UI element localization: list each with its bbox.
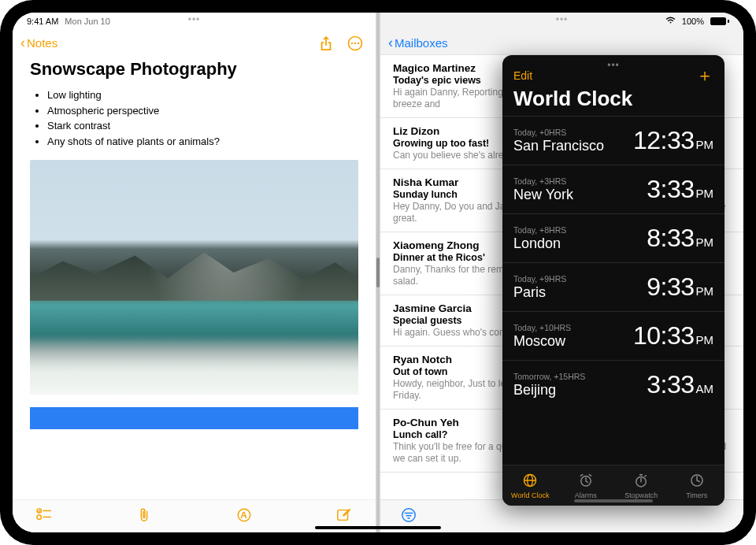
notes-app-pane: ••• ‹ Notes S [13,13,376,532]
screen: 9:41 AM Mon Jun 10 100% ••• ‹ [13,13,743,532]
svg-rect-5 [43,510,51,510]
world-clock-row[interactable]: Today, +9HRSParis9:33PM [502,262,724,311]
clock-edit-button[interactable]: Edit [513,69,532,82]
clock-offset-label: Tomorrow, +15HRS [513,372,585,381]
notes-back-label: Notes [27,36,57,50]
note-image-attachment[interactable] [30,160,358,395]
world-clock-list[interactable]: Today, +0HRSSan Francisco12:33PMToday, +… [502,116,724,465]
clock-time-label: 12:33PM [633,126,713,155]
ipad-frame: 9:41 AM Mon Jun 10 100% ••• ‹ [0,0,756,545]
world-clock-row[interactable]: Today, +3HRSNew York3:33PM [502,165,724,213]
notes-back-button[interactable]: ‹ Notes [20,35,57,51]
tab-alarms[interactable]: Alarms [558,473,613,499]
clock-city-label: London [513,235,566,252]
tab-timers[interactable]: Timers [669,473,724,499]
battery-icon [710,17,729,25]
svg-point-1 [351,42,353,43]
tab-label: Timers [686,491,707,499]
svg-rect-12 [406,515,411,516]
clock-time-label: 3:33PM [647,175,713,204]
clock-time-label: 9:33PM [647,272,713,302]
svg-point-6 [37,515,41,519]
world-clock-row[interactable]: Today, +10HRSMoscow10:33PM [502,311,724,360]
note-content[interactable]: Snowscape Photography Low lighting Atmos… [13,54,376,434]
clock-offset-label: Today, +9HRS [513,274,566,284]
clock-offset-label: Today, +0HRS [513,128,604,137]
chevron-left-icon: ‹ [20,35,25,51]
slideover-grabber[interactable] [574,499,653,502]
filter-icon[interactable] [390,507,428,526]
note-bullet: Stark contrast [47,118,358,134]
note-title: Snowscape Photography [30,59,358,80]
svg-point-8 [238,509,250,521]
tab-label: World Clock [511,491,549,499]
clock-app-slideover[interactable]: ••• Edit ＋ World Clock Today, +0HRSSan F… [502,55,724,506]
home-indicator[interactable] [315,526,441,529]
notes-nav-bar: ‹ Notes [13,32,376,54]
chevron-left-icon: ‹ [388,35,393,51]
status-time: 9:41 AM [27,17,58,26]
clock-time-label: 10:33PM [633,321,713,350]
share-icon[interactable] [319,35,333,51]
world-clock-row[interactable]: Today, +0HRSSan Francisco12:33PM [502,116,724,165]
svg-point-2 [354,42,356,43]
timers-icon [689,473,705,490]
clock-offset-label: Today, +10HRS [513,323,571,332]
svg-point-3 [358,42,359,43]
svg-rect-7 [43,516,51,517]
status-date: Mon Jun 10 [65,17,109,26]
mail-back-label: Mailboxes [395,36,448,50]
attachment-icon[interactable] [125,507,163,526]
tab-stopwatch[interactable]: Stopwatch [613,473,669,499]
alarms-icon [578,473,594,490]
markup-icon[interactable] [225,507,263,526]
battery-label: 100% [682,17,704,26]
mail-back-button[interactable]: ‹ Mailboxes [380,32,743,54]
multitask-indicator-icon[interactable]: ••• [607,60,620,71]
clock-city-label: Paris [513,284,566,301]
svg-rect-19 [639,474,643,476]
note-bullet: Atmospheric perspective [47,103,358,119]
clock-time-label: 3:33AM [647,370,713,399]
world-clock-row[interactable]: Tomorrow, +15HRSBeijing3:33AM [502,360,724,409]
checklist-icon[interactable] [25,508,63,525]
compose-icon[interactable] [325,507,363,526]
clock-city-label: New York [513,187,573,203]
clock-city-label: San Francisco [513,138,604,154]
svg-rect-13 [407,517,410,518]
clock-add-button[interactable]: ＋ [696,70,713,81]
note-image-attachment-2[interactable] [30,407,358,429]
clock-city-label: Beijing [513,382,585,399]
clock-offset-label: Today, +8HRS [513,225,566,235]
stopwatch-icon [633,473,649,490]
clock-city-label: Moscow [513,333,571,350]
tab-label: Stopwatch [624,491,658,499]
tab-label: Alarms [575,491,597,499]
world-clock-icon [522,473,538,490]
clock-time-label: 8:33PM [647,224,713,253]
wifi-icon [665,17,676,26]
status-bar: 9:41 AM Mon Jun 10 100% [13,13,743,30]
svg-rect-11 [405,512,413,513]
more-icon[interactable] [347,35,363,51]
note-bullet: Low lighting [47,87,358,103]
clock-title: World Clock [502,82,724,116]
note-bullet-list: Low lighting Atmospheric perspective Sta… [30,87,358,149]
world-clock-row[interactable]: Today, +8HRSLondon8:33PM [502,213,724,262]
tab-world-clock[interactable]: World Clock [502,473,558,499]
note-bullet: Any shots of native plants or animals? [47,134,358,150]
clock-offset-label: Today, +3HRS [513,176,573,186]
